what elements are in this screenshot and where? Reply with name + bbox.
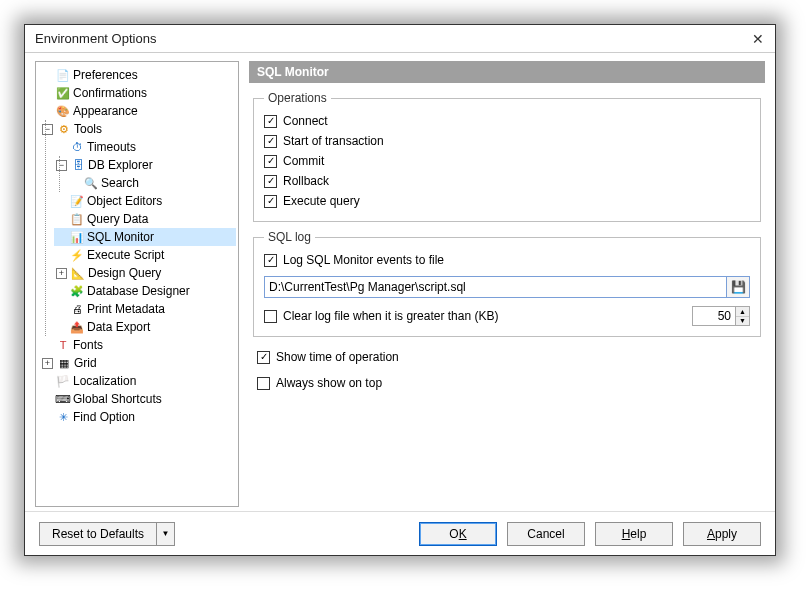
tree-label: Object Editors bbox=[87, 192, 162, 210]
sql-log-group: SQL log Log SQL Monitor events to file 💾… bbox=[253, 230, 761, 337]
tree-label: Design Query bbox=[88, 264, 161, 282]
sql-monitor-icon: 📊 bbox=[70, 230, 84, 244]
checkbox-commit[interactable] bbox=[264, 155, 277, 168]
apply-button[interactable]: Apply bbox=[683, 522, 761, 546]
tree-item-timeouts[interactable]: ⏱Timeouts bbox=[54, 138, 236, 156]
content-panel: SQL Monitor Operations Connect Start of … bbox=[249, 61, 765, 507]
checkbox-label: Show time of operation bbox=[276, 350, 399, 364]
tree-item-find-option[interactable]: ✳Find Option bbox=[40, 408, 236, 426]
collapse-icon[interactable]: − bbox=[42, 124, 53, 135]
tree-label: Localization bbox=[73, 372, 136, 390]
reset-defaults-button[interactable]: Reset to Defaults bbox=[40, 523, 156, 545]
tree-item-fonts[interactable]: TFonts bbox=[40, 336, 236, 354]
tree-label: Query Data bbox=[87, 210, 148, 228]
tree-item-search[interactable]: 🔍Search bbox=[68, 174, 236, 192]
spinner-up-icon[interactable]: ▲ bbox=[736, 307, 749, 317]
checkbox-connect[interactable] bbox=[264, 115, 277, 128]
tree-item-execute-script[interactable]: ⚡Execute Script bbox=[54, 246, 236, 264]
tree-item-sql-monitor[interactable]: 📊SQL Monitor bbox=[54, 228, 236, 246]
checkbox-label: Connect bbox=[283, 114, 328, 128]
tree-label: Preferences bbox=[73, 66, 138, 84]
checkbox-clear-log[interactable] bbox=[264, 310, 277, 323]
tree-label: Grid bbox=[74, 354, 97, 372]
search-icon: 🔍 bbox=[84, 176, 98, 190]
checkbox-log-to-file[interactable] bbox=[264, 254, 277, 267]
expand-icon[interactable]: + bbox=[42, 358, 53, 369]
data-export-icon: 📤 bbox=[70, 320, 84, 334]
tree-item-database-designer[interactable]: 🧩Database Designer bbox=[54, 282, 236, 300]
expand-icon[interactable]: + bbox=[56, 268, 67, 279]
reset-defaults-split-button[interactable]: Reset to Defaults ▼ bbox=[39, 522, 175, 546]
checkbox-label: Start of transaction bbox=[283, 134, 384, 148]
tree-label: Data Export bbox=[87, 318, 150, 336]
operations-legend: Operations bbox=[264, 91, 331, 105]
tree-item-design-query[interactable]: +📐Design Query bbox=[54, 264, 236, 282]
checkbox-label: Rollback bbox=[283, 174, 329, 188]
tree-label: Timeouts bbox=[87, 138, 136, 156]
log-file-path-input[interactable] bbox=[264, 276, 726, 298]
tree-item-object-editors[interactable]: 📝Object Editors bbox=[54, 192, 236, 210]
tree-item-tools[interactable]: −⚙Tools bbox=[40, 120, 236, 138]
tree-item-print-metadata[interactable]: 🖨Print Metadata bbox=[54, 300, 236, 318]
object-editors-icon: 📝 bbox=[70, 194, 84, 208]
tree-item-preferences[interactable]: 📄Preferences bbox=[40, 66, 236, 84]
close-icon[interactable]: ✕ bbox=[747, 29, 769, 49]
tree-label: Appearance bbox=[73, 102, 138, 120]
print-metadata-icon: 🖨 bbox=[70, 302, 84, 316]
tree-item-query-data[interactable]: 📋Query Data bbox=[54, 210, 236, 228]
tree-label: Search bbox=[101, 174, 139, 192]
ok-button[interactable]: OK bbox=[419, 522, 497, 546]
tree-label: Fonts bbox=[73, 336, 103, 354]
checkbox-label: Commit bbox=[283, 154, 324, 168]
checkbox-rollback[interactable] bbox=[264, 175, 277, 188]
fonts-icon: T bbox=[56, 338, 70, 352]
confirmations-icon: ✅ bbox=[56, 86, 70, 100]
chevron-down-icon[interactable]: ▼ bbox=[156, 523, 174, 545]
tree-label: Find Option bbox=[73, 408, 135, 426]
tree-item-db-explorer[interactable]: −🗄DB Explorer bbox=[54, 156, 236, 174]
spinner-down-icon[interactable]: ▼ bbox=[736, 317, 749, 326]
titlebar: Environment Options ✕ bbox=[25, 25, 775, 53]
checkbox-label: Clear log file when it is greater than (… bbox=[283, 309, 498, 323]
cancel-button[interactable]: Cancel bbox=[507, 522, 585, 546]
dialog-window: Environment Options ✕ 📄Preferences ✅Conf… bbox=[24, 24, 776, 556]
tree-label: SQL Monitor bbox=[87, 228, 154, 246]
appearance-icon: 🎨 bbox=[56, 104, 70, 118]
operations-group: Operations Connect Start of transaction … bbox=[253, 91, 761, 222]
clear-log-size-input[interactable] bbox=[693, 307, 735, 325]
tree-item-global-shortcuts[interactable]: ⌨Global Shortcuts bbox=[40, 390, 236, 408]
tree-item-confirmations[interactable]: ✅Confirmations bbox=[40, 84, 236, 102]
find-option-icon: ✳ bbox=[56, 410, 70, 424]
panel-header: SQL Monitor bbox=[249, 61, 765, 83]
grid-icon: ▦ bbox=[57, 356, 71, 370]
checkbox-always-on-top[interactable] bbox=[257, 377, 270, 390]
db-explorer-icon: 🗄 bbox=[71, 158, 85, 172]
tree-item-appearance[interactable]: 🎨Appearance bbox=[40, 102, 236, 120]
timeouts-icon: ⏱ bbox=[70, 140, 84, 154]
sql-log-legend: SQL log bbox=[264, 230, 315, 244]
design-query-icon: 📐 bbox=[71, 266, 85, 280]
help-button[interactable]: Help bbox=[595, 522, 673, 546]
checkbox-show-time[interactable] bbox=[257, 351, 270, 364]
tools-icon: ⚙ bbox=[57, 122, 71, 136]
tree-item-grid[interactable]: +▦Grid bbox=[40, 354, 236, 372]
checkbox-execute-query[interactable] bbox=[264, 195, 277, 208]
database-designer-icon: 🧩 bbox=[70, 284, 84, 298]
global-shortcuts-icon: ⌨ bbox=[56, 392, 70, 406]
checkbox-label: Always show on top bbox=[276, 376, 382, 390]
clear-log-size-spinner[interactable]: ▲ ▼ bbox=[692, 306, 750, 326]
collapse-icon[interactable]: − bbox=[56, 160, 67, 171]
tree-label: DB Explorer bbox=[88, 156, 153, 174]
query-data-icon: 📋 bbox=[70, 212, 84, 226]
save-file-icon[interactable]: 💾 bbox=[726, 276, 750, 298]
dialog-body: 📄Preferences ✅Confirmations 🎨Appearance … bbox=[25, 53, 775, 511]
tree-item-localization[interactable]: 🏳️Localization bbox=[40, 372, 236, 390]
tree-label: Execute Script bbox=[87, 246, 164, 264]
execute-script-icon: ⚡ bbox=[70, 248, 84, 262]
checkbox-start-transaction[interactable] bbox=[264, 135, 277, 148]
tree-item-data-export[interactable]: 📤Data Export bbox=[54, 318, 236, 336]
tree-label: Print Metadata bbox=[87, 300, 165, 318]
dialog-footer: Reset to Defaults ▼ OK Cancel Help Apply bbox=[25, 511, 775, 555]
nav-tree[interactable]: 📄Preferences ✅Confirmations 🎨Appearance … bbox=[35, 61, 239, 507]
checkbox-label: Log SQL Monitor events to file bbox=[283, 253, 444, 267]
